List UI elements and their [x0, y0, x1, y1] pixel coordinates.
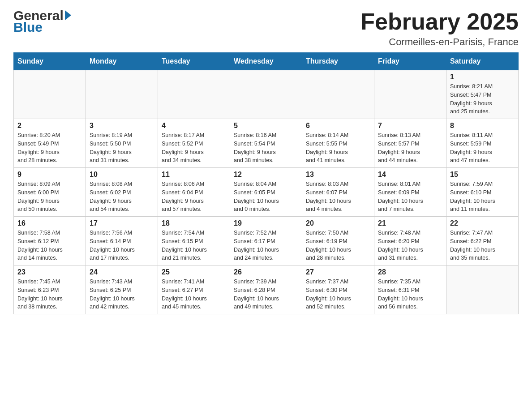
page-header: General Blue February 2025 Cormeilles-en…: [13, 9, 519, 48]
calendar-day-cell: 8Sunrise: 8:11 AM Sunset: 5:59 PM Daylig…: [446, 119, 519, 168]
logo-arrow-icon: [65, 10, 71, 20]
calendar-day-cell: [446, 265, 519, 314]
day-number: 23: [17, 268, 82, 276]
calendar-day-cell: [374, 70, 446, 119]
day-number: 21: [378, 219, 442, 227]
calendar-day-cell: 10Sunrise: 8:08 AM Sunset: 6:02 PM Dayli…: [86, 168, 158, 217]
calendar-day-cell: 23Sunrise: 7:45 AM Sunset: 6:23 PM Dayli…: [14, 265, 86, 314]
calendar-day-cell: 26Sunrise: 7:39 AM Sunset: 6:28 PM Dayli…: [230, 265, 302, 314]
calendar-day-cell: 7Sunrise: 8:13 AM Sunset: 5:57 PM Daylig…: [374, 119, 446, 168]
day-number: 11: [162, 171, 226, 179]
day-number: 3: [90, 122, 154, 130]
calendar-day-cell: 21Sunrise: 7:48 AM Sunset: 6:20 PM Dayli…: [374, 217, 446, 265]
calendar-day-cell: [302, 70, 374, 119]
weekday-header-saturday: Saturday: [446, 53, 519, 70]
calendar-day-cell: [14, 70, 86, 119]
day-info-text: Sunrise: 7:41 AM Sunset: 6:27 PM Dayligh…: [162, 278, 226, 311]
day-info-text: Sunrise: 7:45 AM Sunset: 6:23 PM Dayligh…: [17, 278, 82, 311]
day-info-text: Sunrise: 7:37 AM Sunset: 6:30 PM Dayligh…: [306, 278, 370, 311]
calendar-day-cell: 1Sunrise: 8:21 AM Sunset: 5:47 PM Daylig…: [446, 70, 519, 119]
day-number: 25: [162, 268, 226, 276]
day-info-text: Sunrise: 8:16 AM Sunset: 5:54 PM Dayligh…: [234, 131, 298, 165]
calendar-day-cell: 12Sunrise: 8:04 AM Sunset: 6:05 PM Dayli…: [230, 168, 302, 217]
day-info-text: Sunrise: 7:56 AM Sunset: 6:14 PM Dayligh…: [90, 229, 154, 262]
weekday-header-monday: Monday: [86, 53, 158, 70]
day-number: 2: [17, 122, 82, 130]
day-number: 16: [17, 219, 82, 227]
day-info-text: Sunrise: 8:20 AM Sunset: 5:49 PM Dayligh…: [17, 131, 82, 165]
calendar-day-cell: 15Sunrise: 7:59 AM Sunset: 6:10 PM Dayli…: [446, 168, 519, 217]
calendar-week-row: 9Sunrise: 8:09 AM Sunset: 6:00 PM Daylig…: [14, 168, 519, 217]
calendar-week-row: 1Sunrise: 8:21 AM Sunset: 5:47 PM Daylig…: [14, 70, 519, 119]
day-info-text: Sunrise: 7:43 AM Sunset: 6:25 PM Dayligh…: [90, 278, 154, 311]
day-number: 27: [306, 268, 370, 276]
day-info-text: Sunrise: 7:39 AM Sunset: 6:28 PM Dayligh…: [234, 278, 298, 311]
day-info-text: Sunrise: 7:58 AM Sunset: 6:12 PM Dayligh…: [17, 229, 82, 262]
calendar-day-cell: 27Sunrise: 7:37 AM Sunset: 6:30 PM Dayli…: [302, 265, 374, 314]
title-section: February 2025 Cormeilles-en-Parisis, Fra…: [360, 9, 519, 48]
calendar-day-cell: 19Sunrise: 7:52 AM Sunset: 6:17 PM Dayli…: [230, 217, 302, 265]
calendar-day-cell: 5Sunrise: 8:16 AM Sunset: 5:54 PM Daylig…: [230, 119, 302, 168]
calendar-day-cell: 11Sunrise: 8:06 AM Sunset: 6:04 PM Dayli…: [158, 168, 230, 217]
calendar-week-row: 2Sunrise: 8:20 AM Sunset: 5:49 PM Daylig…: [14, 119, 519, 168]
day-info-text: Sunrise: 8:06 AM Sunset: 6:04 PM Dayligh…: [162, 180, 226, 214]
calendar-day-cell: 25Sunrise: 7:41 AM Sunset: 6:27 PM Dayli…: [158, 265, 230, 314]
day-number: 12: [234, 171, 298, 179]
calendar-day-cell: 2Sunrise: 8:20 AM Sunset: 5:49 PM Daylig…: [14, 119, 86, 168]
weekday-header-thursday: Thursday: [302, 53, 374, 70]
day-info-text: Sunrise: 7:50 AM Sunset: 6:19 PM Dayligh…: [306, 229, 370, 262]
calendar-day-cell: 6Sunrise: 8:14 AM Sunset: 5:55 PM Daylig…: [302, 119, 374, 168]
month-title: February 2025: [360, 9, 519, 34]
weekday-header-wednesday: Wednesday: [230, 53, 302, 70]
day-number: 10: [90, 171, 154, 179]
logo-blue-text: Blue: [13, 21, 71, 34]
day-info-text: Sunrise: 8:08 AM Sunset: 6:02 PM Dayligh…: [90, 180, 154, 214]
day-info-text: Sunrise: 7:59 AM Sunset: 6:10 PM Dayligh…: [450, 180, 515, 214]
calendar-day-cell: 17Sunrise: 7:56 AM Sunset: 6:14 PM Dayli…: [86, 217, 158, 265]
day-number: 19: [234, 219, 298, 227]
calendar-day-cell: 24Sunrise: 7:43 AM Sunset: 6:25 PM Dayli…: [86, 265, 158, 314]
day-info-text: Sunrise: 8:03 AM Sunset: 6:07 PM Dayligh…: [306, 180, 370, 214]
day-number: 14: [378, 171, 442, 179]
calendar-day-cell: [86, 70, 158, 119]
day-number: 24: [90, 268, 154, 276]
calendar-day-cell: 3Sunrise: 8:19 AM Sunset: 5:50 PM Daylig…: [86, 119, 158, 168]
day-info-text: Sunrise: 7:35 AM Sunset: 6:31 PM Dayligh…: [378, 278, 442, 311]
calendar-day-cell: 13Sunrise: 8:03 AM Sunset: 6:07 PM Dayli…: [302, 168, 374, 217]
calendar-day-cell: 18Sunrise: 7:54 AM Sunset: 6:15 PM Dayli…: [158, 217, 230, 265]
day-info-text: Sunrise: 8:14 AM Sunset: 5:55 PM Dayligh…: [306, 131, 370, 165]
calendar-week-row: 23Sunrise: 7:45 AM Sunset: 6:23 PM Dayli…: [14, 265, 519, 314]
day-number: 26: [234, 268, 298, 276]
day-info-text: Sunrise: 8:19 AM Sunset: 5:50 PM Dayligh…: [90, 131, 154, 165]
day-info-text: Sunrise: 8:21 AM Sunset: 5:47 PM Dayligh…: [450, 82, 515, 116]
day-info-text: Sunrise: 8:09 AM Sunset: 6:00 PM Dayligh…: [17, 180, 82, 214]
calendar-day-cell: [230, 70, 302, 119]
weekday-header-tuesday: Tuesday: [158, 53, 230, 70]
day-info-text: Sunrise: 8:13 AM Sunset: 5:57 PM Dayligh…: [378, 131, 442, 165]
day-info-text: Sunrise: 8:17 AM Sunset: 5:52 PM Dayligh…: [162, 131, 226, 165]
logo: General Blue: [13, 9, 71, 34]
calendar-day-cell: 16Sunrise: 7:58 AM Sunset: 6:12 PM Dayli…: [14, 217, 86, 265]
weekday-header-sunday: Sunday: [14, 53, 86, 70]
calendar-day-cell: 22Sunrise: 7:47 AM Sunset: 6:22 PM Dayli…: [446, 217, 519, 265]
day-info-text: Sunrise: 8:04 AM Sunset: 6:05 PM Dayligh…: [234, 180, 298, 214]
day-number: 18: [162, 219, 226, 227]
day-number: 22: [450, 219, 515, 227]
calendar-day-cell: 9Sunrise: 8:09 AM Sunset: 6:00 PM Daylig…: [14, 168, 86, 217]
day-info-text: Sunrise: 8:11 AM Sunset: 5:59 PM Dayligh…: [450, 131, 515, 165]
calendar-day-cell: 20Sunrise: 7:50 AM Sunset: 6:19 PM Dayli…: [302, 217, 374, 265]
day-number: 5: [234, 122, 298, 130]
day-number: 28: [378, 268, 442, 276]
day-number: 13: [306, 171, 370, 179]
weekday-header-friday: Friday: [374, 53, 446, 70]
calendar-body: 1Sunrise: 8:21 AM Sunset: 5:47 PM Daylig…: [14, 70, 519, 314]
calendar-day-cell: [158, 70, 230, 119]
day-info-text: Sunrise: 7:48 AM Sunset: 6:20 PM Dayligh…: [378, 229, 442, 262]
calendar-table: SundayMondayTuesdayWednesdayThursdayFrid…: [13, 52, 519, 314]
day-number: 6: [306, 122, 370, 130]
day-number: 1: [450, 73, 515, 81]
day-number: 17: [90, 219, 154, 227]
calendar-day-cell: 28Sunrise: 7:35 AM Sunset: 6:31 PM Dayli…: [374, 265, 446, 314]
calendar-day-cell: 14Sunrise: 8:01 AM Sunset: 6:09 PM Dayli…: [374, 168, 446, 217]
calendar-day-cell: 4Sunrise: 8:17 AM Sunset: 5:52 PM Daylig…: [158, 119, 230, 168]
